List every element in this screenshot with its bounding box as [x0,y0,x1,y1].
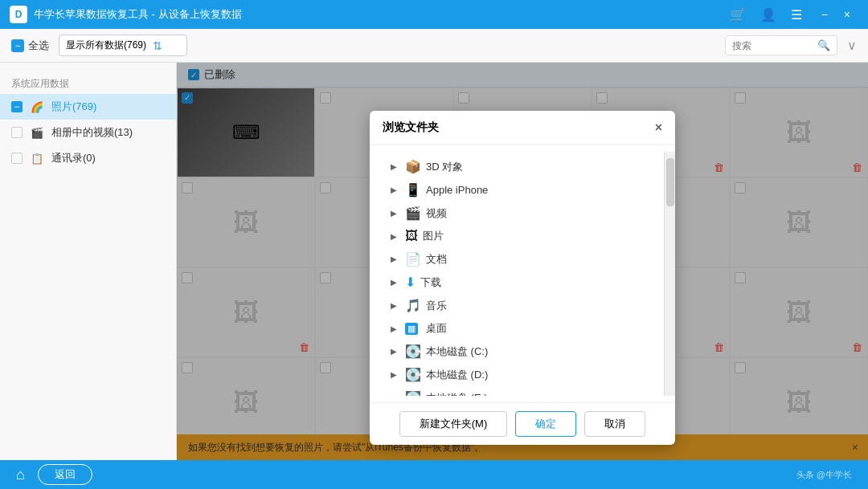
tree-item-docs[interactable]: ▶ 📄 文档 [370,247,664,271]
select-all-button[interactable]: − 全选 [11,39,49,53]
sidebar-item-photos[interactable]: 🌈 照片(769) [0,94,176,120]
tree-item-driveD[interactable]: ▶ 💽 本地磁盘 (D:) [370,363,664,386]
videos-icon: 🎬 [29,124,45,141]
modal-footer: 新建文件夹(M) 确定 取消 [370,402,675,445]
tree-arrow-driveE: ▶ [391,393,400,396]
tree-icon-downloads: ⬇ [405,275,416,290]
tree-label-iphone: Apple iPhone [426,184,488,196]
tree-label-pictures: 图片 [423,229,444,243]
tree-icon-music: 🎵 [405,298,421,313]
tree-label-driveD: 本地磁盘 (D:) [426,368,488,382]
main-area: 系统应用数据 🌈 照片(769) 🎬 相册中的视频(13) 📋 通讯录(0) 已… [0,63,868,460]
scrollbar-thumb [666,158,674,206]
select-all-label: 全选 [28,39,49,53]
modal-overlay: 浏览文件夹 × ▶ 📦 3D 对象 ▶ 📱 Apple iPhone [177,63,868,460]
videos-checkbox[interactable] [11,127,23,138]
close-button[interactable]: × [836,0,858,29]
tree-icon-pictures: 🖼 [405,229,418,243]
tree-icon-desktop: ▦ [405,323,418,335]
tree-label-driveE: 本地磁盘 (E:) [426,391,488,397]
tree-label-docs: 文档 [426,252,447,267]
app-title: 牛学长苹果数据恢复工具 - 从设备上恢复数据 [34,7,727,22]
tree-arrow-3d: ▶ [391,162,400,171]
minimize-button[interactable]: − [813,0,836,29]
cart-icon[interactable]: 🛒 [727,7,749,22]
tree-item-downloads[interactable]: ▶ ⬇ 下载 [370,271,664,294]
window-controls: − × [813,0,858,29]
menu-icon[interactable]: ☰ [788,7,805,22]
tree-label-driveC: 本地磁盘 (C:) [426,344,488,359]
tree-arrow-docs: ▶ [391,255,400,263]
tree-item-driveC[interactable]: ▶ 💽 本地磁盘 (C:) [370,340,664,363]
tree-label-video: 视频 [426,206,447,221]
tree-arrow-pictures: ▶ [391,232,400,241]
user-icon[interactable]: 👤 [757,7,780,22]
search-box[interactable]: 🔍 [725,35,837,55]
bottombar: ⌂ 返回 头条 @牛学长 [0,460,868,489]
tree-label-music: 音乐 [426,299,447,313]
tree-item-desktop[interactable]: ▶ ▦ 桌面 [370,317,664,340]
tree-icon-driveE: 💽 [405,390,421,396]
search-input[interactable] [732,40,813,51]
tree-icon-driveD: 💽 [405,367,421,382]
photos-checkbox[interactable] [11,101,23,112]
home-icon[interactable]: ⌂ [16,467,25,483]
collapse-button[interactable]: ∨ [847,38,857,53]
sidebar-item-videos[interactable]: 🎬 相册中的视频(13) [0,120,176,145]
tree-item-3d[interactable]: ▶ 📦 3D 对象 [370,155,664,178]
sidebar-section-label: 系统应用数据 [0,74,176,94]
tree-arrow-downloads: ▶ [391,278,400,287]
dropdown-arrow-icon: ⇅ [153,39,162,52]
tree-arrow-music: ▶ [391,301,400,310]
tree-arrow-iphone: ▶ [391,185,400,194]
folder-tree[interactable]: ▶ 📦 3D 对象 ▶ 📱 Apple iPhone ▶ 🎬 [370,152,664,396]
tree-icon-docs: 📄 [405,251,421,267]
contacts-label: 通讯录(0) [51,151,96,165]
modal-close-button[interactable]: × [655,120,662,135]
tree-item-pictures[interactable]: ▶ 🖼 图片 [370,225,664,247]
contacts-icon: 📋 [29,150,45,166]
videos-label: 相册中的视频(13) [51,125,133,140]
modal-header: 浏览文件夹 × [370,111,675,145]
tree-icon-3d: 📦 [405,159,421,174]
cancel-button[interactable]: 取消 [584,411,645,437]
back-button[interactable]: 返回 [38,464,92,485]
dropdown-text: 显示所有数据(769) [66,39,146,52]
tree-icon-video: 🎬 [405,206,421,221]
tree-item-iphone[interactable]: ▶ 📱 Apple iPhone [370,178,664,202]
titlebar-icons: 🛒 👤 ☰ [727,7,805,22]
toolbar: − 全选 显示所有数据(769) ⇅ 🔍 ∨ [0,29,868,63]
tree-icon-driveC: 💽 [405,344,421,359]
browse-folder-modal: 浏览文件夹 × ▶ 📦 3D 对象 ▶ 📱 Apple iPhone [370,111,675,445]
sidebar: 系统应用数据 🌈 照片(769) 🎬 相册中的视频(13) 📋 通讯录(0) [0,63,177,460]
tree-arrow-desktop: ▶ [391,324,400,333]
tree-item-video[interactable]: ▶ 🎬 视频 [370,202,664,225]
contacts-checkbox[interactable] [11,153,23,164]
modal-scrollbar[interactable] [664,152,675,396]
tree-label-desktop: 桌面 [426,321,447,336]
tree-arrow-driveD: ▶ [391,370,400,379]
titlebar: D 牛学长苹果数据恢复工具 - 从设备上恢复数据 🛒 👤 ☰ − × [0,0,868,29]
tree-icon-iphone: 📱 [405,182,421,198]
photos-icon: 🌈 [29,99,45,115]
modal-title: 浏览文件夹 [383,120,439,135]
confirm-button[interactable]: 确定 [515,411,576,437]
tree-arrow-driveC: ▶ [391,347,400,356]
new-folder-button[interactable]: 新建文件夹(M) [399,411,508,437]
modal-body: ▶ 📦 3D 对象 ▶ 📱 Apple iPhone ▶ 🎬 [370,145,675,402]
minus-icon: − [11,39,24,52]
app-logo: D [10,6,27,23]
filter-dropdown[interactable]: 显示所有数据(769) ⇅ [59,35,187,56]
photos-label: 照片(769) [51,100,96,114]
watermark: 头条 @牛学长 [796,469,852,481]
tree-label-downloads: 下载 [420,275,441,290]
tree-label-3d: 3D 对象 [426,160,463,174]
content-area: 已删除 ⌨ 🖼 🗑 🖼 🗑 🖼 [177,63,868,460]
tree-item-driveE[interactable]: ▶ 💽 本地磁盘 (E:) [370,386,664,396]
sidebar-item-contacts[interactable]: 📋 通讯录(0) [0,145,176,171]
tree-item-music[interactable]: ▶ 🎵 音乐 [370,294,664,317]
tree-arrow-video: ▶ [391,209,400,218]
search-icon: 🔍 [817,39,830,51]
